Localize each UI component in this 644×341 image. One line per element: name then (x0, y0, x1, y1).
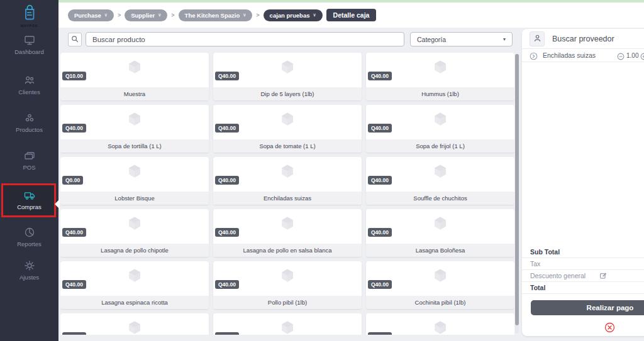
product-card[interactable]: Q40.00 (366, 313, 514, 335)
totals-label: Sub Total (530, 248, 560, 256)
category-dropdown[interactable]: Categoría ▾ (410, 32, 513, 46)
product-card[interactable]: Q40.00 Enchiladas suizas (213, 157, 362, 205)
quantity-stepper: 1.00 (617, 51, 644, 59)
product-card[interactable]: Q40.00 Dip de 5 layers (1lb) (213, 53, 362, 100)
product-card[interactable]: Q40.00 (213, 313, 362, 335)
sidebar-item-ajustes[interactable]: Ajustes (0, 259, 58, 281)
supplier-icon-box (530, 31, 545, 46)
cancel-order-icon[interactable] (604, 322, 615, 333)
pos-icon (23, 149, 36, 162)
chevron-down-icon: ∨ (243, 13, 246, 18)
sidebar-item-clientes[interactable]: Clientes (0, 74, 58, 95)
product-card[interactable]: Q40.00 Hummus (1lb) (366, 53, 514, 100)
sidebar-item-compras[interactable]: Compras (0, 189, 58, 210)
chevron-right-circle-icon[interactable] (530, 51, 538, 60)
product-name: Cochinita pibil (1lb) (366, 296, 514, 309)
product-card[interactable]: Q40.00 Lasagna de pollo chipotle (60, 209, 209, 257)
product-card[interactable]: Q40.00 Cochinita pibil (1lb) (366, 261, 514, 309)
app-logo[interactable]: MAYPOS (0, 3, 58, 28)
product-placeholder-cube-icon (432, 319, 449, 335)
product-name: Dip de 5 layers (1lb) (213, 87, 362, 100)
product-placeholder-cube-icon (279, 215, 296, 232)
price-badge: Q40.00 (368, 72, 392, 80)
detail-caja-button[interactable]: Detalle caja (326, 9, 377, 21)
sidebar-item-label: Compras (17, 203, 42, 210)
grid-scrollbar-thumb[interactable] (515, 54, 519, 325)
product-card[interactable]: Q40.00 Lasagna de pollo en salsa blanca (213, 209, 362, 257)
truck-icon (23, 189, 36, 202)
product-placeholder-cube-icon (432, 163, 449, 180)
totals-row-tax: Tax (522, 258, 644, 270)
sidebar-item-label: Dashboard (14, 48, 43, 55)
product-name: Souffle de chuchitos (366, 192, 514, 205)
product-card[interactable]: Q40.00 Sopa de frijol (1 L) (366, 105, 514, 153)
breadcrumb: Purchase∨ > Supplier∨ > The Kitchen Spaz… (58, 3, 644, 28)
product-card[interactable]: Q40.00 (60, 313, 209, 335)
pay-button[interactable]: Realizar pago (531, 300, 644, 315)
edit-icon[interactable] (599, 272, 607, 279)
product-card[interactable]: Q40.00 Pollo pibil (1lb) (213, 261, 362, 309)
product-card[interactable]: Q40.00 Sopa de tortilla (1 L) (60, 105, 209, 153)
product-name: Sopa de frijol (1 L) (366, 139, 514, 153)
product-card[interactable]: Q0.00 Lobster Bisque (60, 157, 209, 205)
sidebar-item-productos[interactable]: Productos (0, 112, 58, 133)
product-card[interactable]: Q40.00 Lasagna Boloñesa (366, 209, 514, 257)
product-card[interactable]: Q40.00 Lasagna espinaca ricotta (60, 261, 209, 309)
cart-item-row[interactable]: Enchiladas suizas 1.00 (522, 49, 644, 62)
breadcrumb-pill-cajan-pruebas[interactable]: cajan pruebas∨ (264, 9, 323, 21)
product-placeholder-cube-icon (126, 58, 143, 75)
sidebar-item-dashboard[interactable]: Dashboard (0, 34, 58, 55)
grid-scrollbar-track[interactable] (515, 54, 519, 333)
breadcrumb-separator: > (118, 12, 121, 18)
product-placeholder-cube-icon (279, 267, 296, 284)
product-name: Lobster Bisque (60, 192, 209, 205)
product-card[interactable]: Q40.00 Souffle de chuchitos (366, 157, 514, 205)
products-icon (23, 112, 36, 124)
price-badge: Q40.00 (368, 280, 392, 289)
product-placeholder-cube-icon (432, 215, 449, 232)
product-search-input[interactable] (86, 32, 404, 46)
chevron-down-icon: ∨ (104, 13, 108, 18)
cart-item-name: Enchiladas suizas (543, 51, 596, 59)
totals-row-descuento-general: Descuento general (522, 270, 644, 282)
breadcrumb-pill-purchase[interactable]: Purchase∨ (68, 9, 114, 21)
sidebar-item-pos[interactable]: POS (0, 149, 58, 171)
supplier-search-input[interactable] (552, 35, 644, 43)
sidebar-item-label: Ajustes (19, 274, 39, 281)
supplier-cart-panel: Enchiladas suizas 1.00 Sub Total Tax Des… (522, 29, 644, 336)
price-badge: Q40.00 (215, 176, 239, 185)
totals-label: Descuento general (530, 272, 586, 279)
product-card[interactable]: Q10.00 Muestra (60, 53, 209, 100)
minus-icon[interactable] (617, 51, 625, 59)
chevron-down-icon: ▾ (503, 36, 506, 42)
breadcrumb-separator: > (256, 12, 259, 18)
product-placeholder-cube-icon (279, 58, 296, 75)
product-placeholder-cube-icon (279, 319, 296, 335)
product-name: Lasagna de pollo en salsa blanca (213, 244, 362, 257)
product-placeholder-cube-icon (432, 111, 449, 127)
price-badge: Q10.00 (62, 72, 86, 80)
product-name: Lasagna de pollo chipotle (60, 244, 209, 257)
breadcrumb-pill-the-kitchen-spazio[interactable]: The Kitchen Spazio∨ (179, 9, 253, 21)
clients-icon (23, 74, 36, 87)
supplier-search-row (522, 29, 644, 49)
breadcrumb-pill-supplier[interactable]: Supplier∨ (125, 9, 167, 21)
product-placeholder-cube-icon (279, 163, 296, 180)
sidebar-item-label: Productos (16, 126, 43, 133)
price-badge: Q40.00 (215, 124, 239, 133)
product-placeholder-cube-icon (126, 319, 143, 335)
price-badge: Q40.00 (62, 228, 86, 237)
category-dropdown-label: Categoría (417, 36, 446, 43)
product-card[interactable]: Q40.00 Sopa de tomate (1 L) (213, 105, 362, 153)
product-placeholder-cube-icon (126, 267, 143, 284)
sidebar-item-reportes[interactable]: Reportes (0, 226, 58, 247)
quantity-value: 1.00 (626, 52, 638, 59)
product-name: Pollo pibil (1lb) (213, 296, 362, 309)
product-name: Enchiladas suizas (213, 192, 362, 205)
product-placeholder-cube-icon (279, 111, 296, 127)
product-name: Hummus (1lb) (366, 87, 514, 100)
search-icon-button[interactable] (68, 33, 82, 46)
product-name: Sopa de tortilla (1 L) (60, 139, 209, 153)
product-name: Muestra (60, 87, 209, 100)
plus-icon[interactable] (640, 51, 644, 59)
